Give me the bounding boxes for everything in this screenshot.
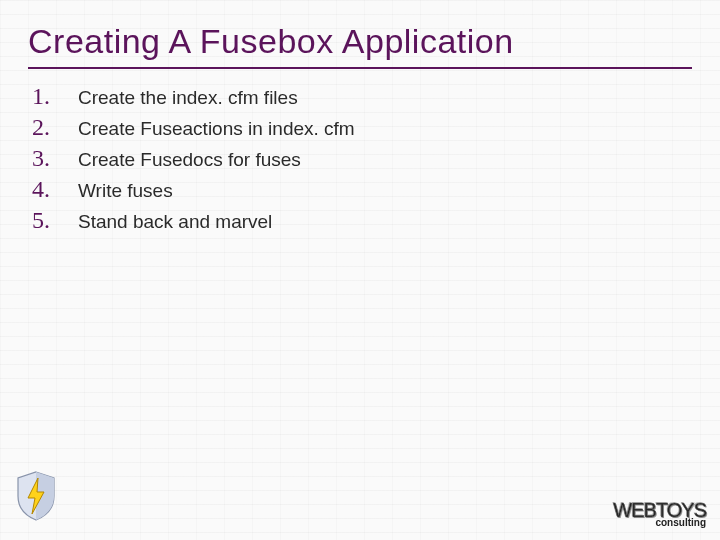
list-item: 1. Create the index. cfm files	[32, 83, 692, 110]
list-number: 4.	[32, 176, 60, 203]
ordered-list: 1. Create the index. cfm files 2. Create…	[28, 83, 692, 234]
slide: Creating A Fusebox Application 1. Create…	[0, 0, 720, 234]
list-item: 3. Create Fusedocs for fuses	[32, 145, 692, 172]
list-text: Write fuses	[78, 180, 173, 202]
list-item: 5. Stand back and marvel	[32, 207, 692, 234]
lightning-shield-icon	[14, 470, 58, 522]
list-number: 5.	[32, 207, 60, 234]
company-logo: WEBTOYS consulting	[613, 500, 706, 528]
list-item: 4. Write fuses	[32, 176, 692, 203]
list-text: Create Fuseactions in index. cfm	[78, 118, 355, 140]
list-text: Stand back and marvel	[78, 211, 272, 233]
list-number: 3.	[32, 145, 60, 172]
list-text: Create Fusedocs for fuses	[78, 149, 301, 171]
list-number: 1.	[32, 83, 60, 110]
page-title: Creating A Fusebox Application	[28, 22, 692, 69]
list-text: Create the index. cfm files	[78, 87, 298, 109]
list-item: 2. Create Fuseactions in index. cfm	[32, 114, 692, 141]
list-number: 2.	[32, 114, 60, 141]
